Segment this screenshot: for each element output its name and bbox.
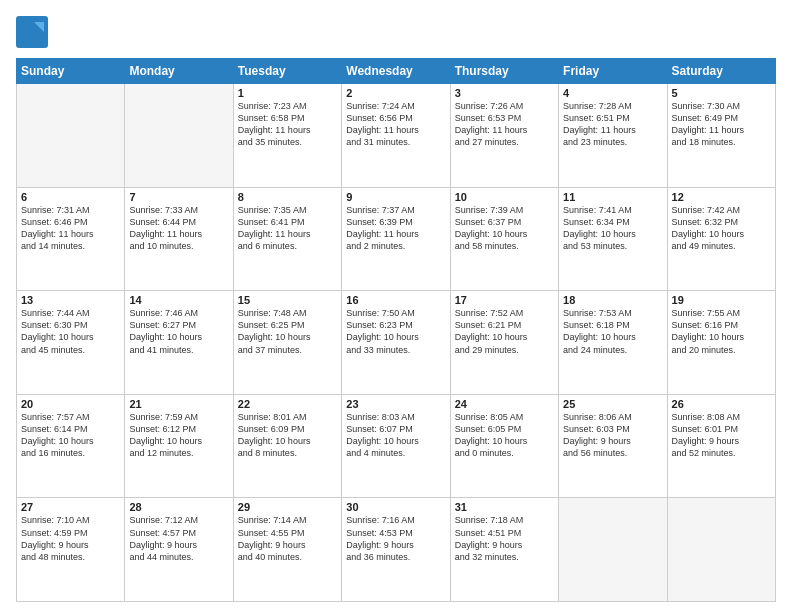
- day-number: 6: [21, 191, 120, 203]
- day-number: 1: [238, 87, 337, 99]
- calendar-header-cell: Tuesday: [233, 59, 341, 84]
- calendar-table: SundayMondayTuesdayWednesdayThursdayFrid…: [16, 58, 776, 602]
- calendar-header-cell: Thursday: [450, 59, 558, 84]
- day-number: 25: [563, 398, 662, 410]
- day-detail: Sunrise: 7:16 AM Sunset: 4:53 PM Dayligh…: [346, 514, 445, 563]
- day-number: 18: [563, 294, 662, 306]
- calendar-week-row: 13Sunrise: 7:44 AM Sunset: 6:30 PM Dayli…: [17, 291, 776, 395]
- calendar-day-cell: 22Sunrise: 8:01 AM Sunset: 6:09 PM Dayli…: [233, 394, 341, 498]
- day-number: 27: [21, 501, 120, 513]
- day-detail: Sunrise: 8:06 AM Sunset: 6:03 PM Dayligh…: [563, 411, 662, 460]
- day-number: 16: [346, 294, 445, 306]
- calendar-day-cell: 17Sunrise: 7:52 AM Sunset: 6:21 PM Dayli…: [450, 291, 558, 395]
- calendar-day-cell: 3Sunrise: 7:26 AM Sunset: 6:53 PM Daylig…: [450, 84, 558, 188]
- day-number: 8: [238, 191, 337, 203]
- calendar-week-row: 6Sunrise: 7:31 AM Sunset: 6:46 PM Daylig…: [17, 187, 776, 291]
- calendar-day-cell: 26Sunrise: 8:08 AM Sunset: 6:01 PM Dayli…: [667, 394, 775, 498]
- day-detail: Sunrise: 7:42 AM Sunset: 6:32 PM Dayligh…: [672, 204, 771, 253]
- day-detail: Sunrise: 7:37 AM Sunset: 6:39 PM Dayligh…: [346, 204, 445, 253]
- day-detail: Sunrise: 7:23 AM Sunset: 6:58 PM Dayligh…: [238, 100, 337, 149]
- day-number: 24: [455, 398, 554, 410]
- day-number: 12: [672, 191, 771, 203]
- day-detail: Sunrise: 8:01 AM Sunset: 6:09 PM Dayligh…: [238, 411, 337, 460]
- day-detail: Sunrise: 7:14 AM Sunset: 4:55 PM Dayligh…: [238, 514, 337, 563]
- day-detail: Sunrise: 7:41 AM Sunset: 6:34 PM Dayligh…: [563, 204, 662, 253]
- day-number: 22: [238, 398, 337, 410]
- day-detail: Sunrise: 7:48 AM Sunset: 6:25 PM Dayligh…: [238, 307, 337, 356]
- day-detail: Sunrise: 7:31 AM Sunset: 6:46 PM Dayligh…: [21, 204, 120, 253]
- calendar-day-cell: 19Sunrise: 7:55 AM Sunset: 6:16 PM Dayli…: [667, 291, 775, 395]
- calendar-day-cell: 5Sunrise: 7:30 AM Sunset: 6:49 PM Daylig…: [667, 84, 775, 188]
- day-number: 19: [672, 294, 771, 306]
- calendar-day-cell: 29Sunrise: 7:14 AM Sunset: 4:55 PM Dayli…: [233, 498, 341, 602]
- calendar-day-cell: 13Sunrise: 7:44 AM Sunset: 6:30 PM Dayli…: [17, 291, 125, 395]
- header: [16, 16, 776, 48]
- logo-icon: [16, 16, 48, 48]
- day-number: 26: [672, 398, 771, 410]
- day-detail: Sunrise: 7:44 AM Sunset: 6:30 PM Dayligh…: [21, 307, 120, 356]
- day-number: 23: [346, 398, 445, 410]
- day-number: 13: [21, 294, 120, 306]
- calendar-day-cell: 4Sunrise: 7:28 AM Sunset: 6:51 PM Daylig…: [559, 84, 667, 188]
- day-detail: Sunrise: 7:52 AM Sunset: 6:21 PM Dayligh…: [455, 307, 554, 356]
- day-number: 30: [346, 501, 445, 513]
- day-detail: Sunrise: 8:05 AM Sunset: 6:05 PM Dayligh…: [455, 411, 554, 460]
- day-detail: Sunrise: 7:18 AM Sunset: 4:51 PM Dayligh…: [455, 514, 554, 563]
- calendar-day-cell: 23Sunrise: 8:03 AM Sunset: 6:07 PM Dayli…: [342, 394, 450, 498]
- calendar-day-cell: [559, 498, 667, 602]
- calendar-day-cell: 24Sunrise: 8:05 AM Sunset: 6:05 PM Dayli…: [450, 394, 558, 498]
- day-number: 15: [238, 294, 337, 306]
- calendar-day-cell: 7Sunrise: 7:33 AM Sunset: 6:44 PM Daylig…: [125, 187, 233, 291]
- calendar-day-cell: 30Sunrise: 7:16 AM Sunset: 4:53 PM Dayli…: [342, 498, 450, 602]
- day-number: 29: [238, 501, 337, 513]
- day-number: 4: [563, 87, 662, 99]
- calendar-day-cell: 21Sunrise: 7:59 AM Sunset: 6:12 PM Dayli…: [125, 394, 233, 498]
- calendar-day-cell: 11Sunrise: 7:41 AM Sunset: 6:34 PM Dayli…: [559, 187, 667, 291]
- day-number: 14: [129, 294, 228, 306]
- day-number: 21: [129, 398, 228, 410]
- calendar-day-cell: 25Sunrise: 8:06 AM Sunset: 6:03 PM Dayli…: [559, 394, 667, 498]
- calendar-day-cell: 28Sunrise: 7:12 AM Sunset: 4:57 PM Dayli…: [125, 498, 233, 602]
- calendar-header-cell: Wednesday: [342, 59, 450, 84]
- calendar-day-cell: 14Sunrise: 7:46 AM Sunset: 6:27 PM Dayli…: [125, 291, 233, 395]
- day-number: 31: [455, 501, 554, 513]
- day-detail: Sunrise: 7:39 AM Sunset: 6:37 PM Dayligh…: [455, 204, 554, 253]
- calendar-day-cell: 16Sunrise: 7:50 AM Sunset: 6:23 PM Dayli…: [342, 291, 450, 395]
- day-number: 3: [455, 87, 554, 99]
- day-detail: Sunrise: 7:33 AM Sunset: 6:44 PM Dayligh…: [129, 204, 228, 253]
- calendar-day-cell: 2Sunrise: 7:24 AM Sunset: 6:56 PM Daylig…: [342, 84, 450, 188]
- calendar-week-row: 1Sunrise: 7:23 AM Sunset: 6:58 PM Daylig…: [17, 84, 776, 188]
- calendar-day-cell: 27Sunrise: 7:10 AM Sunset: 4:59 PM Dayli…: [17, 498, 125, 602]
- day-detail: Sunrise: 7:24 AM Sunset: 6:56 PM Dayligh…: [346, 100, 445, 149]
- day-number: 17: [455, 294, 554, 306]
- svg-rect-0: [16, 16, 48, 48]
- day-detail: Sunrise: 8:03 AM Sunset: 6:07 PM Dayligh…: [346, 411, 445, 460]
- calendar-day-cell: [17, 84, 125, 188]
- calendar-header-cell: Saturday: [667, 59, 775, 84]
- day-number: 28: [129, 501, 228, 513]
- day-detail: Sunrise: 7:55 AM Sunset: 6:16 PM Dayligh…: [672, 307, 771, 356]
- day-detail: Sunrise: 7:59 AM Sunset: 6:12 PM Dayligh…: [129, 411, 228, 460]
- calendar-header-cell: Friday: [559, 59, 667, 84]
- day-detail: Sunrise: 7:57 AM Sunset: 6:14 PM Dayligh…: [21, 411, 120, 460]
- calendar-day-cell: [667, 498, 775, 602]
- calendar-week-row: 20Sunrise: 7:57 AM Sunset: 6:14 PM Dayli…: [17, 394, 776, 498]
- day-detail: Sunrise: 7:50 AM Sunset: 6:23 PM Dayligh…: [346, 307, 445, 356]
- day-number: 20: [21, 398, 120, 410]
- day-detail: Sunrise: 7:46 AM Sunset: 6:27 PM Dayligh…: [129, 307, 228, 356]
- day-detail: Sunrise: 7:30 AM Sunset: 6:49 PM Dayligh…: [672, 100, 771, 149]
- calendar-week-row: 27Sunrise: 7:10 AM Sunset: 4:59 PM Dayli…: [17, 498, 776, 602]
- calendar-day-cell: 9Sunrise: 7:37 AM Sunset: 6:39 PM Daylig…: [342, 187, 450, 291]
- day-number: 5: [672, 87, 771, 99]
- day-detail: Sunrise: 7:35 AM Sunset: 6:41 PM Dayligh…: [238, 204, 337, 253]
- page: SundayMondayTuesdayWednesdayThursdayFrid…: [0, 0, 792, 612]
- day-number: 10: [455, 191, 554, 203]
- logo: [16, 16, 50, 48]
- calendar-day-cell: 18Sunrise: 7:53 AM Sunset: 6:18 PM Dayli…: [559, 291, 667, 395]
- day-detail: Sunrise: 8:08 AM Sunset: 6:01 PM Dayligh…: [672, 411, 771, 460]
- day-detail: Sunrise: 7:53 AM Sunset: 6:18 PM Dayligh…: [563, 307, 662, 356]
- day-detail: Sunrise: 7:10 AM Sunset: 4:59 PM Dayligh…: [21, 514, 120, 563]
- calendar-day-cell: 31Sunrise: 7:18 AM Sunset: 4:51 PM Dayli…: [450, 498, 558, 602]
- day-number: 2: [346, 87, 445, 99]
- calendar-day-cell: 20Sunrise: 7:57 AM Sunset: 6:14 PM Dayli…: [17, 394, 125, 498]
